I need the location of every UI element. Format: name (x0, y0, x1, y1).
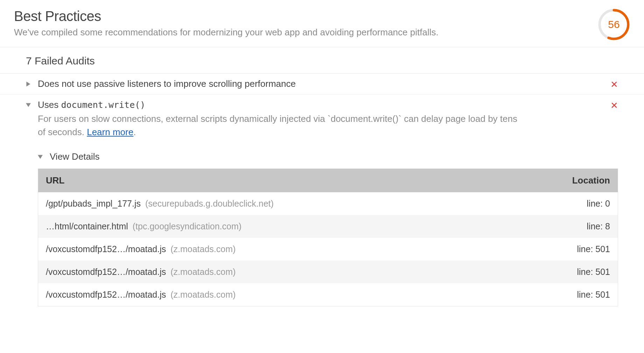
audit-details: View Details URL Location /gpt/pubads_im… (0, 144, 644, 306)
url-path: /voxcustomdfp152…/moatad.js (46, 267, 166, 277)
cell-location: line: 501 (513, 238, 618, 261)
expand-icon[interactable] (26, 82, 32, 88)
cell-url: /voxcustomdfp152…/moatad.js (z.moatads.c… (38, 283, 513, 306)
collapse-icon[interactable] (38, 154, 44, 161)
audit-description: For users on slow connections, external … (38, 112, 521, 139)
view-details-label: View Details (50, 151, 100, 162)
audit-body: Does not use passive listeners to improv… (38, 78, 602, 89)
table-header-row: URL Location (38, 169, 618, 193)
url-host: (z.moatads.com) (170, 267, 236, 277)
col-location: Location (513, 169, 618, 193)
url-path: /voxcustomdfp152…/moatad.js (46, 244, 166, 254)
panel-title: Best Practices (14, 8, 589, 24)
table-row: …html/container.html (tpc.googlesyndicat… (38, 215, 618, 238)
cell-url: /voxcustomdfp152…/moatad.js (z.moatads.c… (38, 261, 513, 283)
audit-row[interactable]: Uses document.write() For users on slow … (0, 95, 644, 144)
url-host: (securepubads.g.doubleclick.net) (145, 199, 274, 208)
fail-icon: ✕ (602, 101, 618, 110)
collapse-icon[interactable] (26, 103, 32, 109)
table-row: /voxcustomdfp152…/moatad.js (z.moatads.c… (38, 238, 618, 261)
best-practices-panel: Best Practices We've compiled some recom… (0, 0, 644, 306)
table-row: /voxcustomdfp152…/moatad.js (z.moatads.c… (38, 261, 618, 283)
fail-icon: ✕ (602, 80, 618, 89)
svg-marker-1 (26, 103, 31, 107)
table-row: /gpt/pubads_impl_177.js (securepubads.g.… (38, 192, 618, 215)
score-value: 56 (598, 8, 630, 41)
failed-audits-header: 7 Failed Audits (0, 47, 644, 74)
view-details-toggle[interactable]: View Details (38, 144, 618, 168)
cell-location: line: 0 (513, 192, 618, 215)
audit-title-code: document.write() (61, 100, 145, 110)
col-url: URL (38, 169, 513, 193)
cell-url: /voxcustomdfp152…/moatad.js (z.moatads.c… (38, 238, 513, 261)
audit-title-prefix: Uses (38, 99, 61, 110)
table-row: /voxcustomdfp152…/moatad.js (z.moatads.c… (38, 283, 618, 306)
url-host: (z.moatads.com) (170, 244, 236, 254)
url-path: /gpt/pubads_impl_177.js (46, 199, 141, 208)
panel-subtitle: We've compiled some recommendations for … (14, 26, 589, 39)
audit-row[interactable]: Does not use passive listeners to improv… (0, 74, 644, 95)
url-path: /voxcustomdfp152…/moatad.js (46, 290, 166, 299)
svg-marker-2 (38, 155, 43, 159)
score-gauge: 56 (598, 8, 630, 41)
audit-title: Does not use passive listeners to improv… (38, 78, 296, 89)
header-text-block: Best Practices We've compiled some recom… (14, 8, 589, 39)
cell-url: /gpt/pubads_impl_177.js (securepubads.g.… (38, 192, 513, 215)
audit-title: Uses document.write() (38, 99, 145, 110)
audit-description-post: . (133, 127, 136, 137)
url-host: (tpc.googlesyndication.com) (133, 221, 241, 231)
url-path: …html/container.html (46, 221, 128, 231)
cell-location: line: 501 (513, 283, 618, 306)
cell-url: …html/container.html (tpc.googlesyndicat… (38, 215, 513, 238)
learn-more-link[interactable]: Learn more (87, 127, 133, 137)
panel-header: Best Practices We've compiled some recom… (0, 0, 644, 47)
url-host: (z.moatads.com) (170, 290, 236, 299)
cell-location: line: 501 (513, 261, 618, 283)
cell-location: line: 8 (513, 215, 618, 238)
details-table: URL Location /gpt/pubads_impl_177.js (se… (38, 168, 618, 306)
audit-body: Uses document.write() For users on slow … (38, 99, 602, 139)
svg-marker-0 (26, 82, 30, 86)
